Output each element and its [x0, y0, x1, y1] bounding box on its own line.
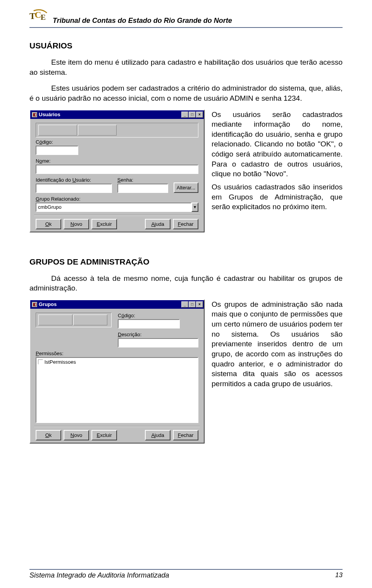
- maximize-icon[interactable]: □: [189, 301, 196, 308]
- svg-text:C: C: [35, 10, 41, 20]
- senha-input[interactable]: [117, 184, 168, 193]
- minimize-icon[interactable]: _: [181, 112, 188, 118]
- usuarios-intro-2: Estes usuários podem ser cadastrados a c…: [29, 83, 343, 103]
- identificacao-input[interactable]: [36, 184, 112, 193]
- nome-input[interactable]: [36, 165, 198, 174]
- label-grupo: Grupo Relacionado:: [36, 196, 198, 202]
- close-icon[interactable]: ×: [196, 301, 203, 308]
- fechar-button-g[interactable]: Fechar: [173, 430, 198, 440]
- label-nome: Nome:: [36, 158, 198, 164]
- grupos-intro-1: Dá acesso à tela de mesmo nome, cuja fun…: [29, 273, 343, 293]
- app-icon: ◧: [32, 112, 37, 117]
- label-codigo-g: Código:: [118, 313, 180, 318]
- minimize-icon[interactable]: _: [181, 301, 188, 308]
- dialog-toolbar: [36, 123, 198, 138]
- ajuda-button[interactable]: Ajuda: [145, 219, 170, 229]
- page-footer: Sistema Integrado de Auditoria Informati…: [29, 569, 343, 579]
- app-icon: ◧: [32, 302, 37, 307]
- label-permissoes: Permissões:: [36, 351, 198, 356]
- alterar-button[interactable]: Alterar...: [174, 182, 198, 193]
- dialog-grupos-title: Grupos: [39, 301, 57, 307]
- section-title-grupos: GRUPOS DE ADMINISTRAÇÃO: [29, 257, 343, 266]
- label-codigo: Código:: [36, 139, 78, 145]
- descricao-input[interactable]: [118, 338, 198, 347]
- label-senha: Senha:: [117, 177, 168, 183]
- ok-button[interactable]: Ok: [36, 219, 61, 229]
- footer-text: Sistema Integrado de Auditoria Informati…: [29, 571, 335, 579]
- dialog-grupos: ◧ Grupos _ □ ×: [29, 299, 205, 444]
- logo-icon: T C E: [29, 9, 50, 26]
- page-header: T C E Tribunal de Contas do Estado do Ri…: [29, 9, 343, 28]
- chevron-down-icon[interactable]: ▼: [191, 203, 198, 212]
- novo-button[interactable]: Novo: [64, 219, 89, 229]
- maximize-icon[interactable]: □: [189, 112, 196, 118]
- label-descricao: Descrição:: [118, 332, 198, 337]
- dialog-usuarios-title: Usuários: [39, 112, 60, 117]
- codigo-input[interactable]: [36, 146, 78, 155]
- usuarios-intro-1: Este item do menu é utilizado para cadas…: [29, 57, 343, 77]
- dialog-divider: [34, 426, 200, 427]
- excluir-button-g[interactable]: Excluir: [91, 430, 117, 440]
- excluir-button[interactable]: Excluir: [91, 219, 117, 229]
- header-org-name: Tribunal de Contas do Estado do Rio Gran…: [53, 17, 232, 26]
- usuarios-side-p1: Os usuários serão cadastrados mediante i…: [212, 110, 343, 179]
- fechar-button[interactable]: Fechar: [173, 219, 198, 229]
- list-item[interactable]: lstPermissoes: [38, 359, 196, 365]
- close-icon[interactable]: ×: [196, 112, 203, 118]
- list-item-label: lstPermissoes: [45, 359, 76, 365]
- dialog-toolbar: [36, 313, 112, 327]
- usuarios-side-p2: Os usuários cadastrados são inseridos em…: [212, 182, 343, 212]
- ok-button-g[interactable]: Ok: [36, 430, 61, 440]
- novo-button-g[interactable]: Novo: [64, 430, 89, 440]
- dialog-usuarios-titlebar[interactable]: ◧ Usuários _ □ ×: [30, 110, 204, 119]
- permissoes-list[interactable]: lstPermissoes: [36, 357, 198, 423]
- section-title-usuarios: USUÁRIOS: [29, 41, 343, 50]
- dialog-usuarios: ◧ Usuários _ □ × Código:: [29, 110, 205, 232]
- dialog-grupos-titlebar[interactable]: ◧ Grupos _ □ ×: [30, 300, 204, 309]
- codigo-input-g[interactable]: [118, 319, 180, 328]
- svg-text:E: E: [41, 13, 46, 21]
- grupo-combo[interactable]: cmbGrupo ▼: [36, 203, 198, 212]
- dialog-divider: [34, 215, 200, 216]
- ajuda-button-g[interactable]: Ajuda: [145, 430, 170, 440]
- footer-page-number: 13: [335, 571, 343, 579]
- checkbox-icon[interactable]: [38, 359, 43, 364]
- grupo-combo-value[interactable]: cmbGrupo: [36, 203, 191, 212]
- label-identificacao: Identificação do Usuário:: [36, 177, 112, 183]
- grupos-side-p1: Os grupos de administração são nada mais…: [212, 299, 343, 389]
